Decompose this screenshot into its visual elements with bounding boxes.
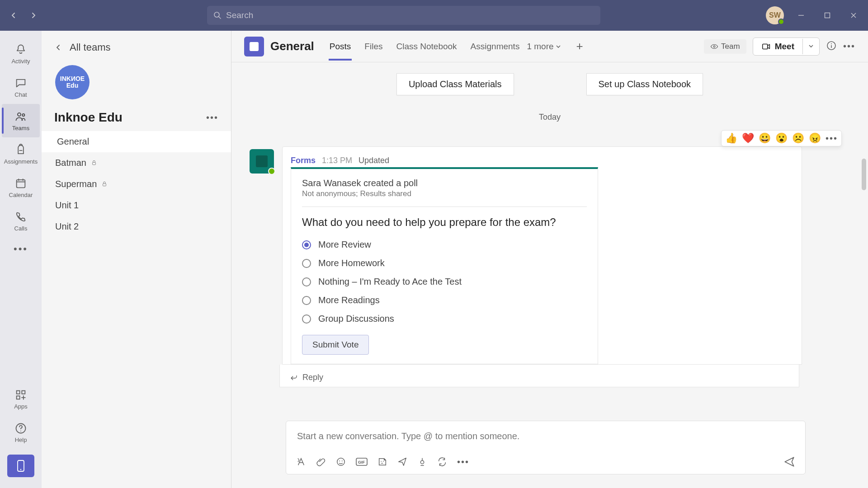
- search-box[interactable]: [207, 6, 600, 25]
- reaction-more-button[interactable]: •••: [826, 133, 838, 144]
- upload-materials-button[interactable]: Upload Class Materials: [396, 73, 514, 95]
- rail-assignments[interactable]: Assignments: [2, 137, 40, 171]
- team-visibility-pill[interactable]: Team: [704, 39, 746, 54]
- post-app-name[interactable]: Forms: [291, 156, 316, 165]
- poll-option[interactable]: Nothing – I'm Ready to Ace the Test: [302, 277, 587, 287]
- tab-files[interactable]: Files: [363, 33, 383, 61]
- all-teams-label: All teams: [70, 42, 110, 53]
- meet-button[interactable]: Meet: [753, 38, 802, 55]
- composer-input[interactable]: Start a new conversation. Type @ to ment…: [286, 421, 805, 451]
- radio-button[interactable]: [302, 277, 311, 286]
- team-more-button[interactable]: •••: [206, 113, 218, 123]
- reaction-surprised[interactable]: 😮: [775, 132, 788, 144]
- poll-option[interactable]: More Review: [302, 239, 587, 250]
- tabs-more-button[interactable]: 1 more: [527, 42, 561, 52]
- rail-help[interactable]: Help: [2, 416, 40, 449]
- channel-item[interactable]: Batman: [42, 152, 231, 174]
- tab-posts[interactable]: Posts: [329, 33, 352, 61]
- meet-dropdown-button[interactable]: [802, 39, 819, 54]
- send-button[interactable]: [783, 456, 795, 468]
- calendar-icon: [14, 177, 27, 190]
- nav-forward-button[interactable]: [25, 7, 42, 23]
- channel-avatar: [244, 37, 264, 56]
- add-tab-button[interactable]: +: [576, 39, 583, 53]
- tabs-more-label: 1 more: [527, 42, 553, 52]
- poll-option-label: More Homework: [318, 258, 385, 268]
- poll-option-label: Nothing – I'm Ready to Ace the Test: [318, 277, 462, 287]
- svg-rect-21: [762, 44, 767, 49]
- rail-mobile-button[interactable]: [7, 455, 34, 477]
- tab-assignments[interactable]: Assignments: [470, 33, 521, 61]
- rail-calendar[interactable]: Calendar: [2, 171, 40, 204]
- composer-more-button[interactable]: •••: [457, 457, 469, 467]
- presence-indicator: [268, 168, 275, 175]
- chat-icon: [14, 77, 27, 89]
- reaction-like[interactable]: 👍: [725, 132, 737, 144]
- poll-option[interactable]: More Homework: [302, 258, 587, 268]
- presence-indicator: [778, 19, 784, 25]
- svg-point-6: [18, 113, 21, 116]
- team-avatar[interactable]: INKИOE Edu: [55, 65, 90, 99]
- radio-button[interactable]: [302, 314, 311, 324]
- channel-item[interactable]: General: [42, 131, 231, 152]
- apps-icon: [14, 389, 27, 401]
- poll-option[interactable]: More Readings: [302, 295, 587, 305]
- svg-rect-14: [17, 396, 20, 399]
- svg-rect-8: [17, 179, 25, 188]
- emoji-icon[interactable]: [336, 457, 346, 467]
- poll-option[interactable]: Group Discussions: [302, 314, 587, 324]
- rail-more[interactable]: •••: [2, 238, 40, 260]
- format-icon[interactable]: [296, 457, 306, 467]
- rail-apps[interactable]: Apps: [2, 382, 40, 416]
- scrollbar-thumb[interactable]: [862, 159, 866, 190]
- rail-calls[interactable]: Calls: [2, 204, 40, 238]
- window-maximize-button[interactable]: [818, 8, 836, 23]
- window-minimize-button[interactable]: [792, 8, 810, 23]
- channel-item[interactable]: Unit 2: [42, 216, 231, 237]
- rail-chat[interactable]: Chat: [2, 70, 40, 104]
- svg-point-31: [383, 461, 384, 462]
- bell-icon: [14, 43, 27, 56]
- svg-rect-19: [103, 183, 106, 186]
- radio-button[interactable]: [302, 240, 311, 249]
- radio-button[interactable]: [302, 259, 311, 268]
- search-input[interactable]: [226, 10, 594, 20]
- nav-back-button[interactable]: [5, 7, 22, 23]
- rail-teams[interactable]: Teams: [2, 104, 40, 137]
- svg-rect-12: [17, 390, 20, 394]
- rail-activity[interactable]: Activity: [2, 37, 40, 70]
- reaction-heart[interactable]: ❤️: [742, 132, 754, 144]
- poll-option-label: More Readings: [318, 295, 380, 305]
- channel-item[interactable]: Superman: [42, 174, 231, 195]
- rail-label: Calendar: [9, 192, 33, 198]
- message-feed: Today 👍 ❤️ 😀 😮 ☹️ 😠 ••• Forms: [231, 95, 868, 407]
- message-composer: Start a new conversation. Type @ to ment…: [286, 421, 806, 474]
- radio-button[interactable]: [302, 296, 311, 305]
- channel-label: General: [57, 136, 89, 147]
- header-more-button[interactable]: •••: [843, 41, 855, 52]
- channel-info-button[interactable]: [826, 40, 837, 53]
- reaction-sad[interactable]: ☹️: [792, 132, 804, 144]
- all-teams-link[interactable]: All teams: [42, 37, 231, 58]
- svg-line-1: [219, 17, 221, 19]
- stream-icon[interactable]: [417, 457, 427, 467]
- tab-class-notebook[interactable]: Class Notebook: [395, 33, 458, 61]
- chevron-left-icon: [55, 44, 61, 51]
- schedule-send-icon[interactable]: [397, 457, 407, 467]
- sticker-icon[interactable]: [377, 457, 387, 467]
- reaction-picker: 👍 ❤️ 😀 😮 ☹️ 😠 •••: [721, 130, 842, 146]
- setup-notebook-button[interactable]: Set up Class Notebook: [586, 73, 703, 95]
- current-user-avatar[interactable]: SW: [766, 6, 784, 24]
- attach-icon[interactable]: [316, 457, 326, 467]
- composer-toolbar: GIF •••: [286, 451, 805, 474]
- channel-item[interactable]: Unit 1: [42, 195, 231, 216]
- svg-point-17: [20, 469, 21, 470]
- reply-button[interactable]: Reply: [279, 365, 799, 387]
- reply-icon: [290, 374, 298, 382]
- reaction-angry[interactable]: 😠: [809, 132, 821, 144]
- gif-icon[interactable]: GIF: [356, 457, 368, 467]
- window-close-button[interactable]: [844, 8, 863, 23]
- loop-icon[interactable]: [437, 457, 447, 467]
- reaction-laugh[interactable]: 😀: [759, 132, 771, 144]
- submit-vote-button[interactable]: Submit Vote: [302, 335, 369, 355]
